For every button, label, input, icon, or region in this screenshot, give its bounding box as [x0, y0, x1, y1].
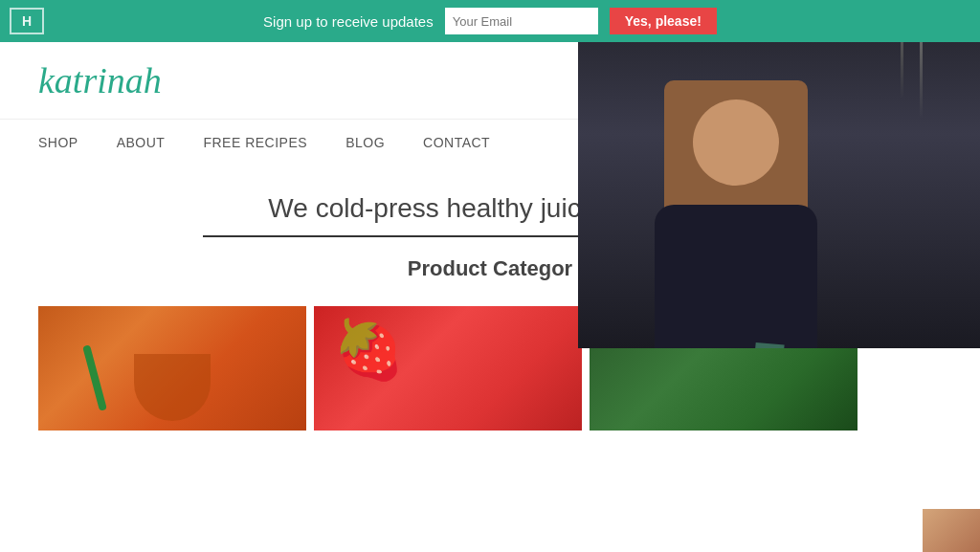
person-face: [693, 99, 779, 186]
nav-blog[interactable]: BLOG: [345, 135, 385, 150]
product-image-smoothie: [38, 306, 306, 431]
nav-shop[interactable]: SHOP: [38, 135, 78, 150]
banner-email-input[interactable]: [445, 8, 598, 34]
video-person: [607, 80, 875, 348]
product-card-smoothie[interactable]: [38, 306, 306, 431]
person-scarf: [745, 342, 784, 348]
spoon-decoration: [82, 344, 107, 411]
video-player: [578, 42, 980, 348]
top-banner: H Sign up to receive updates Yes, please…: [0, 0, 980, 42]
banner-signup-text: Sign up to receive updates: [263, 13, 434, 30]
site-logo[interactable]: katrinah: [38, 59, 162, 101]
nav-contact[interactable]: CONTACT: [423, 135, 490, 150]
banner-logo-icon: H: [10, 8, 44, 34]
nav-about[interactable]: ABOUT: [117, 135, 166, 150]
small-thumb-image: [923, 509, 980, 552]
nav-links: SHOP ABOUT FREE RECIPES BLOG CONTACT: [38, 135, 490, 150]
video-lights-decoration: [920, 42, 923, 119]
nav-free-recipes[interactable]: FREE RECIPES: [203, 135, 307, 150]
product-card-strawberries[interactable]: [314, 306, 582, 431]
small-thumbnail[interactable]: [923, 509, 980, 552]
product-image-strawberries: [314, 306, 582, 431]
video-overlay[interactable]: [578, 42, 980, 348]
person-body: [655, 205, 817, 348]
banner-signup-button[interactable]: Yes, please!: [610, 8, 717, 34]
